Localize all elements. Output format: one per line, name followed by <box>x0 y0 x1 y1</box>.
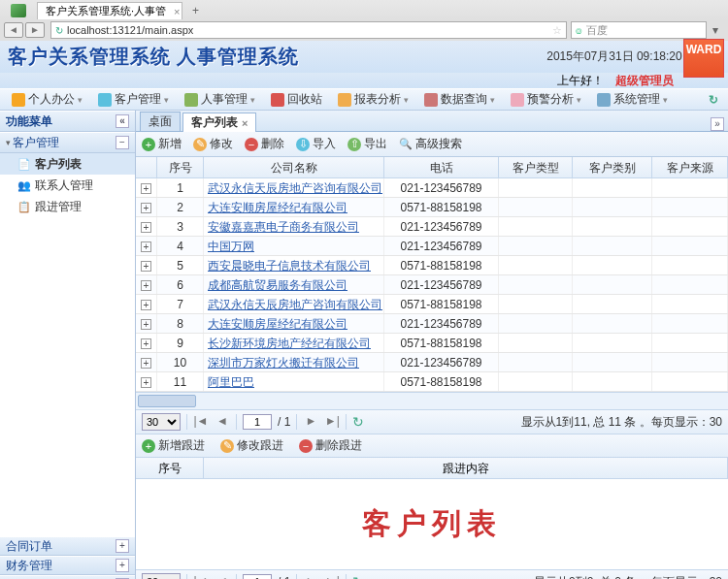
tab-customer-list[interactable]: 客户列表× <box>182 113 256 132</box>
sidebar-item[interactable]: 📋跟进管理 <box>0 196 135 217</box>
new-tab-button[interactable]: + <box>186 4 205 17</box>
first-page-icon[interactable]: |◄ <box>193 574 209 579</box>
row-expand-icon[interactable]: + <box>141 377 151 388</box>
row-expand-icon[interactable]: + <box>141 241 151 252</box>
refresh-icon[interactable]: ↻ <box>352 414 364 430</box>
follow-add-button[interactable]: +新增跟进 <box>142 437 205 454</box>
back-button[interactable]: ◄ <box>4 22 23 38</box>
company-link[interactable]: 安徽嘉嘉惠电子商务有限公司 <box>208 220 359 234</box>
sidebar-accordion-item[interactable]: 合同订单+ <box>0 536 135 556</box>
table-row[interactable]: +5西安晨晓电子信息技术有限公司0571-88158198 <box>136 256 728 275</box>
col-tel[interactable]: 电话 <box>384 157 499 177</box>
reload-icon[interactable]: ↻ <box>55 25 63 36</box>
next-page-icon[interactable]: ► <box>303 574 318 579</box>
add-button[interactable]: +新增 <box>142 136 182 152</box>
follow-del-button[interactable]: −删除跟进 <box>299 437 362 454</box>
follow-col-content[interactable]: 跟进内容 <box>204 458 728 478</box>
table-row[interactable]: +7武汉永信天辰房地产咨询有限公司0571-88158198 <box>136 295 728 314</box>
bookmark-icon[interactable]: ☆ <box>552 24 562 37</box>
table-row[interactable]: +3安徽嘉嘉惠电子商务有限公司021-123456789 <box>136 217 728 237</box>
col-company[interactable]: 公司名称 <box>204 157 384 177</box>
tree-collapse-icon[interactable]: ▾ <box>6 138 11 147</box>
last-page-icon[interactable]: ►| <box>324 414 340 430</box>
company-link[interactable]: 深圳市万家灯火搬迁有限公司 <box>208 356 359 370</box>
table-row[interactable]: +1武汉永信天辰房地产咨询有限公司021-123456789 <box>136 178 728 198</box>
company-link[interactable]: 西安晨晓电子信息技术有限公司 <box>208 259 371 273</box>
current-user[interactable]: 超级管理员 <box>615 73 674 89</box>
company-link[interactable]: 大连安顺房屋经纪有限公司 <box>208 317 347 331</box>
refresh-icon[interactable]: ↻ <box>709 93 722 107</box>
table-row[interactable]: +2大连安顺房屋经纪有限公司0571-88158198 <box>136 198 728 217</box>
menu-customer[interactable]: 客户管理▾ <box>92 90 175 110</box>
menu-alert[interactable]: 预警分析▾ <box>505 90 587 110</box>
company-link[interactable]: 大连安顺房屋经纪有限公司 <box>208 201 347 214</box>
expand-icon[interactable]: + <box>116 539 129 553</box>
sidebar-accordion-item[interactable]: 财务管理+ <box>0 556 135 575</box>
col-type[interactable]: 客户类型 <box>499 157 573 177</box>
company-link[interactable]: 长沙新环境房地产经纪有限公司 <box>208 337 371 350</box>
row-expand-icon[interactable]: + <box>141 222 151 233</box>
follow-col-seq[interactable]: 序号 <box>136 458 204 478</box>
menu-query[interactable]: 数据查询▾ <box>418 90 501 110</box>
row-expand-icon[interactable]: + <box>141 183 151 194</box>
collapse-left-icon[interactable]: « <box>116 114 129 128</box>
row-expand-icon[interactable]: + <box>141 319 151 330</box>
col-category[interactable]: 客户类别 <box>573 157 652 177</box>
sidebar-group-customer[interactable]: ▾ 客户管理 − <box>0 132 135 153</box>
scrollbar-thumb[interactable] <box>138 395 196 407</box>
next-page-icon[interactable]: ► <box>303 414 318 430</box>
table-row[interactable]: +9长沙新环境房地产经纪有限公司0571-88158198 <box>136 334 728 353</box>
table-row[interactable]: +10深圳市万家灯火搬迁有限公司021-123456789 <box>136 353 728 372</box>
menu-recycle[interactable]: 回收站 <box>265 90 328 110</box>
menu-report[interactable]: 报表分析▾ <box>332 90 414 110</box>
table-row[interactable]: +4中国万网021-123456789 <box>136 237 728 256</box>
sidebar-item[interactable]: 👥联系人管理 <box>0 175 135 196</box>
row-expand-icon[interactable]: + <box>141 203 151 213</box>
prev-page-icon[interactable]: ◄ <box>215 414 230 430</box>
table-row[interactable]: +8大连安顺房屋经纪有限公司021-123456789 <box>136 314 728 334</box>
company-link[interactable]: 阿里巴巴 <box>208 375 254 389</box>
row-expand-icon[interactable]: + <box>141 338 151 349</box>
menu-hr[interactable]: 人事管理▾ <box>179 90 261 110</box>
company-link[interactable]: 成都高航贸易服务有限公司 <box>208 278 347 292</box>
forward-button[interactable]: ► <box>25 22 45 38</box>
expand-icon[interactable]: + <box>116 559 129 572</box>
menu-personal[interactable]: 个人办公▾ <box>6 90 88 110</box>
company-link[interactable]: 武汉永信天辰房地产咨询有限公司 <box>208 181 382 195</box>
company-link[interactable]: 中国万网 <box>208 240 254 253</box>
row-expand-icon[interactable]: + <box>141 261 151 272</box>
edit-button[interactable]: ✎修改 <box>193 136 233 152</box>
col-seq[interactable]: 序号 <box>157 157 204 177</box>
group-collapse-icon[interactable]: − <box>116 136 129 149</box>
browser-menu-icon[interactable]: ▾ <box>707 23 724 37</box>
page-input[interactable] <box>243 414 272 430</box>
close-tab-icon[interactable]: × <box>242 117 248 129</box>
browser-search[interactable]: ⌾ 百度 <box>571 21 707 39</box>
tab-desktop[interactable]: 桌面 <box>140 112 181 131</box>
page-input[interactable] <box>243 574 272 579</box>
import-button[interactable]: ⇩导入 <box>296 136 336 152</box>
menu-system[interactable]: 系统管理▾ <box>591 90 674 110</box>
table-row[interactable]: +6成都高航贸易服务有限公司021-123456789 <box>136 275 728 295</box>
row-expand-icon[interactable]: + <box>141 280 151 291</box>
first-page-icon[interactable]: |◄ <box>193 414 209 430</box>
sidebar-item[interactable]: 📄客户列表 <box>0 153 135 175</box>
company-link[interactable]: 武汉永信天辰房地产咨询有限公司 <box>208 298 382 311</box>
refresh-icon[interactable]: ↻ <box>352 574 364 579</box>
prev-page-icon[interactable]: ◄ <box>215 574 230 579</box>
row-expand-icon[interactable]: + <box>141 300 151 310</box>
expand-right-icon[interactable]: » <box>711 117 724 131</box>
row-expand-icon[interactable]: + <box>141 358 151 369</box>
ward-badge[interactable]: WARD <box>683 39 724 78</box>
table-row[interactable]: +11阿里巴巴0571-88158198 <box>136 372 728 392</box>
browser-tab[interactable]: 客户关系管理系统·人事管 × <box>37 2 182 19</box>
sidebar-accordion-item[interactable]: 文档管理+ <box>0 575 135 579</box>
page-size-select[interactable]: 30 <box>142 573 181 579</box>
export-button[interactable]: ⇧导出 <box>347 136 387 152</box>
follow-edit-button[interactable]: ✎修改跟进 <box>220 437 283 454</box>
delete-button[interactable]: −删除 <box>245 136 284 152</box>
h-scrollbar[interactable] <box>136 392 728 409</box>
col-source[interactable]: 客户来源 <box>652 157 728 177</box>
last-page-icon[interactable]: ►| <box>324 574 340 579</box>
address-bar[interactable]: ↻ localhost:13121/main.aspx ☆ <box>50 21 567 39</box>
